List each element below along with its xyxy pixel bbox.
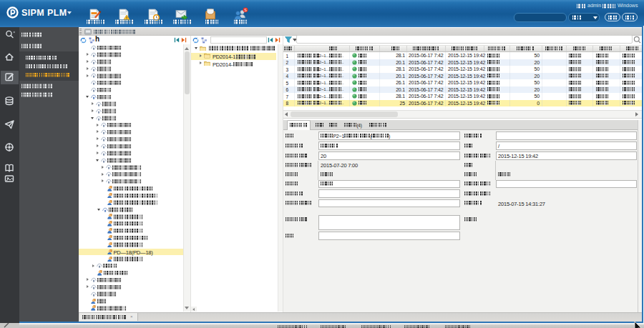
svg-text:S: S (244, 8, 247, 12)
